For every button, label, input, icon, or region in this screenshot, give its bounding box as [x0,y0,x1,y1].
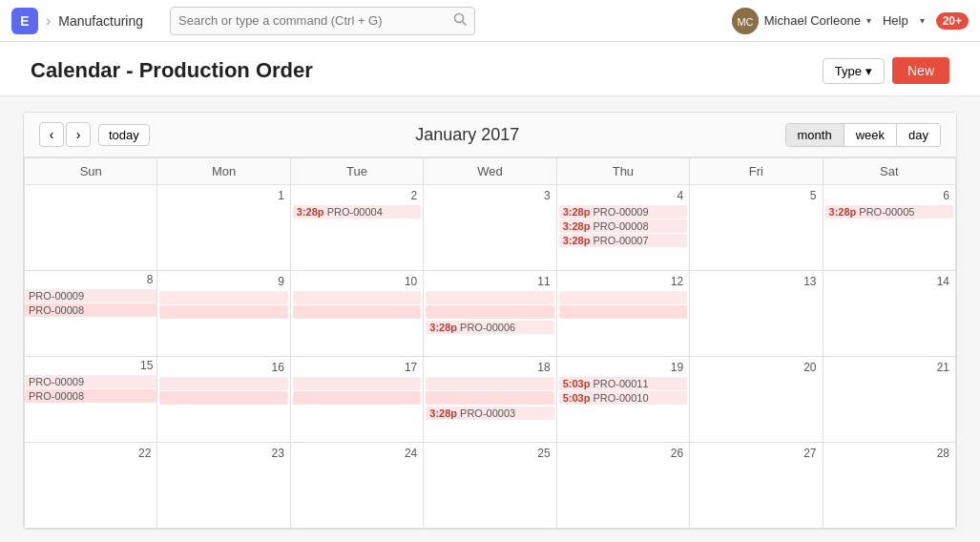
list-item[interactable]: 3:28p PRO-00008 [559,219,687,233]
day-number: 20 [692,359,820,376]
list-item[interactable]: 5:03p PRO-00010 [559,391,687,405]
calendar-cell[interactable]: 15 PRO-00009 PRO-00008 [25,357,157,443]
avatar: MC [732,8,759,34]
day-number: 28 [825,445,953,462]
day-number: 6 [825,187,953,204]
search-bar[interactable] [170,7,475,35]
list-item[interactable]: PRO-00008 [25,303,157,317]
type-dropdown-arrow: ▾ [865,64,872,78]
day-number: 17 [293,359,421,376]
calendar-cell[interactable]: 16 [157,357,290,443]
list-item[interactable]: 5:03p PRO-00011 [559,377,687,390]
calendar-cell[interactable]: 10 [290,271,423,357]
next-button[interactable]: › [66,122,91,147]
list-item[interactable]: 3:28p PRO-00006 [426,321,553,334]
calendar-cell[interactable]: 25 [424,443,556,529]
page-header: Calendar - Production Order Type ▾ New [0,42,980,96]
search-input[interactable] [178,13,449,28]
list-item[interactable]: 3:28p PRO-00005 [825,205,953,219]
day-number: 14 [825,273,953,290]
calendar-cell[interactable]: 18 3:28p PRO-00003 [424,357,556,443]
list-item[interactable]: 3:28p PRO-00003 [426,406,553,420]
user-name: Michael Corleone [764,13,861,28]
day-number: 19 [559,359,687,376]
calendar-cell[interactable]: 19 5:03p PRO-00011 5:03p PRO-00010 [556,357,689,443]
col-sat: Sat [823,158,955,185]
notification-badge[interactable]: 20+ [936,12,969,30]
list-item[interactable] [159,291,287,304]
day-number: 9 [159,273,287,290]
help-button[interactable]: Help [883,13,908,28]
day-number: 12 [559,273,687,290]
calendar-cell[interactable] [25,185,157,271]
day-number: 25 [426,445,553,462]
list-item[interactable]: 3:28p PRO-00004 [293,205,421,219]
calendar-cell[interactable]: 9 [157,271,290,357]
day-number: 10 [293,273,421,290]
page-title: Calendar - Production Order [31,58,313,83]
calendar-cell[interactable]: 6 3:28p PRO-00005 [823,185,955,271]
day-number: 2 [293,187,421,204]
day-number: 16 [159,359,287,376]
tab-day[interactable]: day [897,124,940,146]
calendar-cell[interactable]: 8 PRO-00009 PRO-00008 [25,271,157,357]
header-actions: Type ▾ New [823,57,949,84]
breadcrumb-separator: › [46,12,51,30]
table-row: 15 PRO-00009 PRO-00008 16 17 18 [25,357,956,443]
calendar-cell[interactable]: 22 [25,443,157,529]
calendar-cell[interactable]: 21 [823,357,955,443]
list-item[interactable]: PRO-00009 [25,375,156,388]
calendar-cell[interactable]: 11 3:28p PRO-00006 [424,271,556,357]
list-item[interactable]: PRO-00008 [25,389,156,403]
search-icon [453,12,467,29]
view-tabs: month week day [785,123,941,147]
day-number: 8 [25,271,156,288]
list-item[interactable]: 3:28p PRO-00009 [559,205,687,219]
calendar-header-row: Sun Mon Tue Wed Thu Fri Sat [25,158,956,185]
new-button[interactable]: New [892,57,949,84]
day-number [27,187,155,191]
user-dropdown-arrow: ▾ [866,15,871,26]
calendar-cell[interactable]: 20 [690,357,823,443]
calendar-cell[interactable]: 14 [823,271,955,357]
day-number: 18 [426,359,553,376]
calendar-cell[interactable]: 4 3:28p PRO-00009 3:28p PRO-00008 3:28p … [556,185,689,271]
calendar-grid: Sun Mon Tue Wed Thu Fri Sat 1 2 3:28p PR… [24,157,956,529]
app-icon: E [11,8,38,34]
day-number: 11 [426,273,553,290]
calendar-cell[interactable]: 5 [690,185,823,271]
type-button[interactable]: Type ▾ [823,58,885,84]
calendar-cell[interactable]: 26 [556,443,689,529]
calendar-cell[interactable]: 28 [823,443,955,529]
list-item[interactable]: 3:28p PRO-00007 [559,234,687,247]
tab-week[interactable]: week [844,124,897,146]
tab-month[interactable]: month [786,124,844,146]
col-wed: Wed [424,158,556,185]
calendar-cell[interactable]: 1 [157,185,290,271]
calendar-cell[interactable]: 27 [690,443,823,529]
day-number: 1 [159,187,287,204]
calendar-cell[interactable]: 3 [424,185,556,271]
calendar-cell[interactable]: 24 [290,443,423,529]
col-sun: Sun [25,158,157,185]
svg-line-1 [463,22,467,26]
calendar-cell[interactable]: 13 [690,271,823,357]
list-item[interactable]: PRO-00009 [25,289,157,302]
calendar-cell[interactable]: 2 3:28p PRO-00004 [290,185,423,271]
today-button[interactable]: today [98,124,150,146]
prev-button[interactable]: ‹ [39,122,64,147]
calendar-cell[interactable]: 17 [290,357,423,443]
day-number: 5 [692,187,820,204]
top-nav: E › Manufacturing MC Michael Corleone ▾ … [0,0,980,42]
user-area[interactable]: MC Michael Corleone ▾ [732,8,871,34]
calendar-cell[interactable]: 12 [556,271,689,357]
calendar-cell[interactable]: 23 [157,443,290,529]
table-row: 8 PRO-00009 PRO-00008 9 10 11 [25,271,956,357]
day-number: 21 [825,359,953,376]
day-number: 24 [293,445,421,462]
list-item[interactable] [159,305,287,319]
calendar-month-title: January 2017 [150,125,785,145]
table-row: 22 23 24 25 26 27 28 [25,443,956,529]
breadcrumb-manufacturing[interactable]: Manufacturing [58,13,143,29]
day-number: 13 [692,273,820,290]
